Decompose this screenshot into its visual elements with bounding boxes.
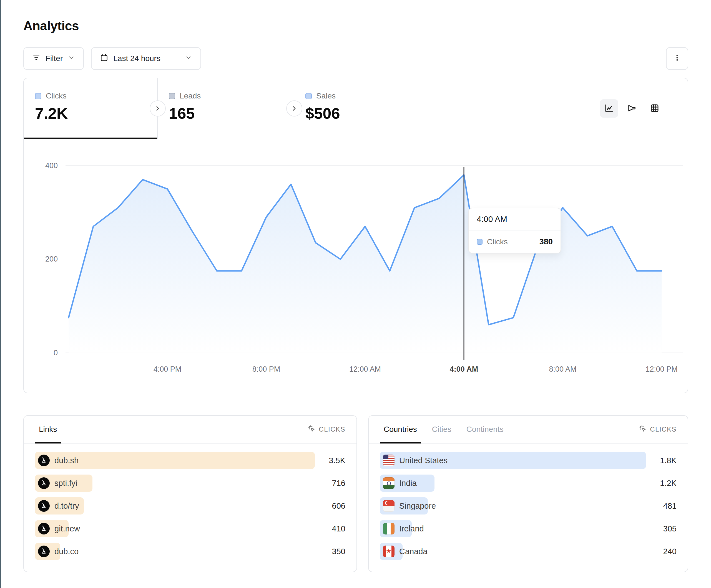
link-row[interactable]: d.to/try 606 (35, 497, 345, 515)
leads-legend-swatch (169, 93, 175, 99)
tooltip-series-label: Clicks (487, 238, 508, 246)
link-label: git.new (55, 524, 80, 533)
sales-legend-swatch (305, 93, 312, 99)
country-clicks: 240 (663, 547, 676, 556)
stat-tab-sales[interactable]: Sales $506 (294, 78, 431, 139)
cursor-click-icon (308, 425, 316, 434)
stat-tab-label: Sales (316, 92, 336, 100)
toolbar: Filter Last 24 hours (23, 47, 688, 70)
tab-links-label: Links (39, 425, 57, 434)
tab-links[interactable]: Links (35, 416, 61, 443)
dub-logo-icon (38, 500, 50, 512)
breakdown-panels: Links CLICKS dub.sh (23, 415, 688, 572)
expand-leads-sales-button[interactable] (286, 100, 302, 116)
left-edge-accent (0, 0, 1, 588)
tab-cities-label: Cities (432, 425, 451, 434)
stat-tab-label: Clicks (46, 92, 67, 100)
link-label: dub.sh (55, 456, 79, 465)
date-range-button[interactable]: Last 24 hours (91, 47, 201, 70)
page-title: Analytics (23, 18, 688, 33)
x-axis-tick: 4:00 AM (450, 365, 478, 374)
country-label: United States (399, 456, 448, 465)
country-row[interactable]: United States 1.8K (380, 452, 676, 469)
kebab-menu-icon (673, 54, 681, 64)
filter-button-label: Filter (45, 54, 63, 63)
links-rows: dub.sh 3.5K spti.fyi 716 (24, 444, 357, 560)
x-axis-tick: 8:00 PM (252, 365, 280, 374)
country-label: Canada (399, 547, 428, 556)
link-clicks: 410 (332, 524, 345, 533)
chart-view-switcher (600, 99, 664, 118)
chart-tooltip: 4:00 AM Clicks 380 (468, 208, 561, 253)
analytics-card: Clicks 7.2K Leads 165 Sales $ (23, 78, 688, 393)
country-row[interactable]: India 1.2K (380, 475, 676, 492)
link-label: d.to/try (55, 501, 79, 511)
tab-countries[interactable]: Countries (380, 416, 421, 443)
tooltip-time: 4:00 AM (469, 208, 561, 230)
india-flag-icon (383, 477, 394, 489)
country-row[interactable]: Canada 240 (380, 543, 676, 560)
table-view-button[interactable] (645, 99, 664, 118)
more-options-button[interactable] (666, 47, 688, 70)
links-metric-label: CLICKS (319, 426, 345, 433)
links-metric-selector[interactable]: CLICKS (308, 425, 345, 434)
geo-panel-header: Countries Cities Continents CLICKS (369, 416, 688, 444)
dub-logo-icon (38, 455, 50, 466)
country-label: Ireland (399, 524, 424, 533)
date-range-label: Last 24 hours (113, 54, 160, 63)
country-row[interactable]: Singapore 481 (380, 497, 676, 515)
country-clicks: 481 (663, 501, 676, 511)
country-label: India (399, 479, 417, 488)
x-axis-tick: 4:00 PM (153, 365, 181, 374)
x-axis-tick: 12:00 AM (349, 365, 381, 374)
funnel-chart-view-button[interactable] (623, 99, 641, 118)
links-panel-header: Links CLICKS (24, 416, 357, 444)
link-row[interactable]: git.new 410 (35, 520, 345, 537)
line-chart-view-button[interactable] (600, 99, 618, 118)
geo-metric-selector[interactable]: CLICKS (639, 425, 676, 434)
sales-value: $506 (305, 104, 431, 122)
tab-continents-label: Continents (467, 425, 503, 434)
funnel-chart-icon (627, 103, 637, 114)
clicks-value: 7.2K (35, 104, 157, 122)
dub-logo-icon (38, 477, 50, 489)
link-clicks: 716 (332, 479, 345, 488)
clicks-legend-swatch (35, 93, 41, 99)
geo-panel: Countries Cities Continents CLICKS (368, 415, 688, 572)
link-row[interactable]: dub.sh 3.5K (35, 452, 345, 469)
link-clicks: 350 (332, 547, 345, 556)
stat-tab-label: Leads (180, 92, 201, 100)
tab-continents[interactable]: Continents (462, 416, 508, 443)
canada-flag-icon (383, 546, 394, 557)
chevron-down-icon (185, 54, 192, 63)
tab-countries-label: Countries (384, 425, 417, 434)
dub-logo-icon (38, 546, 50, 557)
us-flag-icon (383, 455, 394, 466)
link-label: dub.co (55, 547, 79, 556)
geo-rows: United States 1.8K India 1.2K Singapore … (369, 444, 688, 560)
stat-tab-clicks[interactable]: Clicks 7.2K (24, 78, 158, 139)
link-label: spti.fyi (55, 479, 77, 488)
x-axis-tick: 12:00 PM (645, 365, 678, 374)
expand-clicks-leads-button[interactable] (150, 100, 166, 116)
country-clicks: 1.8K (660, 456, 676, 465)
stat-tab-leads[interactable]: Leads 165 (158, 78, 294, 139)
link-row[interactable]: spti.fyi 716 (35, 475, 345, 492)
clicks-timeseries-chart[interactable]: 400 200 0 4:0 (24, 139, 688, 393)
country-row[interactable]: Ireland 305 (380, 520, 676, 537)
filter-button[interactable]: Filter (23, 47, 84, 70)
stat-tabs: Clicks 7.2K Leads 165 Sales $ (24, 78, 688, 139)
cursor-click-icon (639, 425, 647, 434)
area-chart-svg (69, 165, 662, 353)
filter-lines-icon (32, 53, 41, 64)
table-grid-icon (650, 103, 660, 114)
link-clicks: 606 (332, 501, 345, 511)
link-clicks: 3.5K (329, 456, 345, 465)
tab-cities[interactable]: Cities (428, 416, 455, 443)
y-axis-tick: 400 (24, 161, 58, 170)
line-chart-icon (604, 103, 614, 114)
country-label: Singapore (399, 501, 436, 511)
x-axis-tick: 8:00 AM (549, 365, 576, 374)
tooltip-row: Clicks 380 (469, 230, 561, 253)
link-row[interactable]: dub.co 350 (35, 543, 345, 560)
